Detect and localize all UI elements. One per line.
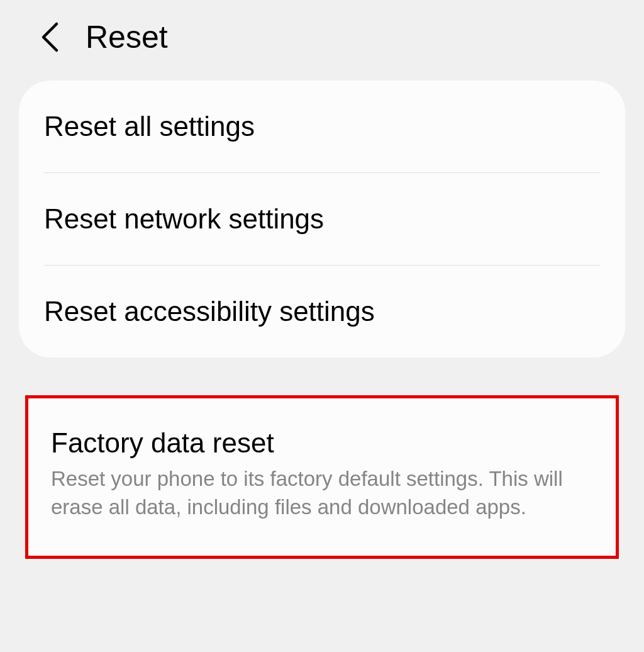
list-item-label: Reset accessibility settings (44, 296, 600, 327)
list-item-label: Reset all settings (44, 111, 600, 142)
page-title: Reset (86, 19, 168, 55)
back-icon[interactable] (38, 20, 60, 54)
list-item-label: Reset network settings (44, 203, 600, 235)
reset-all-settings[interactable]: Reset all settings (19, 81, 625, 172)
settings-group-1: Reset all settings Reset network setting… (19, 81, 625, 357)
factory-data-reset[interactable]: Factory data reset Reset your phone to i… (28, 398, 616, 556)
settings-group-2: Factory data reset Reset your phone to i… (25, 395, 619, 559)
list-item-label: Factory data reset (51, 427, 591, 459)
header: Reset (0, 0, 644, 81)
list-item-description: Reset your phone to its factory default … (51, 465, 591, 521)
reset-accessibility-settings[interactable]: Reset accessibility settings (19, 266, 625, 357)
reset-network-settings[interactable]: Reset network settings (19, 173, 625, 265)
